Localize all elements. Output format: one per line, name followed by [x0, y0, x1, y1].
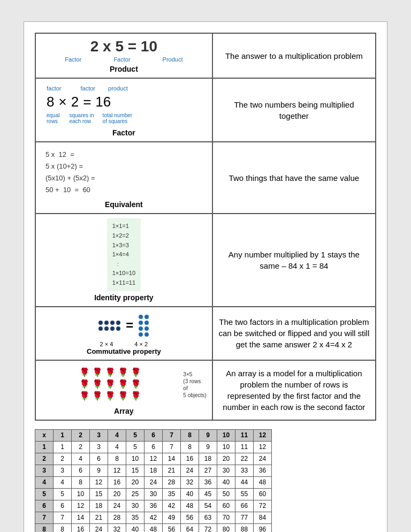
mult-cell: 36 [144, 500, 163, 512]
mult-cell: 44 [235, 476, 254, 488]
mult-cell: 55 [235, 488, 254, 500]
rose-icon: 🌹 [79, 391, 90, 401]
mult-cell: 42 [163, 500, 181, 512]
mult-table-col-5: 5 [126, 429, 144, 441]
factor-definition: The two numbers being multiplied togethe… [234, 100, 354, 120]
mult-table-col-1: 1 [54, 429, 72, 441]
mult-cell: 30 [144, 488, 163, 500]
mult-cell: 21 [163, 465, 181, 476]
mult-cell: 2 [72, 441, 90, 453]
array-diagram: 🌹 🌹 🌹 🌹 🌹 🌹 🌹 🌹 🌹 [41, 365, 207, 405]
rose-icon: 🌹 [118, 367, 128, 377]
mult-cell: 40 [126, 523, 144, 532]
mult-cell: 18 [90, 500, 108, 512]
dots-left [98, 321, 120, 331]
equals-sign: = [83, 94, 91, 110]
mult-cell: 8 [72, 476, 90, 488]
equiv-line-4: 50 + 10 = 60 [45, 184, 202, 196]
mult-cell: 66 [235, 500, 254, 512]
mult-cell: 5 [54, 488, 72, 500]
equivalent-left-cell: 5 x 12 = 5 x (10+2) = (5x10) + (5x2) = 5… [35, 142, 212, 214]
mult-table-row: 2 24681012141618202224 [35, 453, 272, 465]
mult-table-col-11: 11 [235, 429, 254, 441]
mult-table-row: 7 71421283542495663707784 [35, 512, 272, 523]
mult-table-row: 8 81624324048566472808896 [35, 523, 272, 532]
mult-table-col-7: 7 [163, 429, 181, 441]
mult-cell: 14 [72, 512, 90, 523]
rose-icon: 🌹 [92, 391, 103, 401]
mult-cell: 12 [72, 500, 90, 512]
mult-cell: 45 [199, 488, 217, 500]
dot [110, 326, 115, 331]
mult-row-header-6: 6 [35, 500, 54, 512]
mult-cell: 1 [54, 441, 72, 453]
mult-cell: 20 [108, 488, 126, 500]
mult-cell: 24 [108, 500, 126, 512]
array-left-cell: 🌹 🌹 🌹 🌹 🌹 🌹 🌹 🌹 🌹 [35, 360, 212, 420]
mult-cell: 27 [199, 465, 217, 476]
rose-icon: 🌹 [105, 367, 116, 377]
mult-cell: 64 [181, 523, 199, 532]
identity-diagram: 1×1=1 1×2=2 1×3=3 1×4=4 : 1×10=10 1×11=1… [41, 218, 207, 293]
mult-cell: 24 [144, 476, 163, 488]
mult-cell: 50 [217, 488, 235, 500]
mult-cell: 6 [54, 500, 72, 512]
times-sign: × [58, 94, 66, 110]
mult-cell: 63 [199, 512, 217, 523]
rose-icon: 🌹 [118, 379, 128, 389]
dot [104, 321, 109, 325]
rose-icon: 🌹 [105, 379, 116, 389]
equal-rows-label: equalrows [47, 112, 59, 124]
commutative-definition: The two factors in a multiplication prob… [218, 317, 369, 349]
page: 2 x 5 = 10 Factor Factor Product Product… [24, 21, 387, 532]
factor-label-1: Factor [65, 56, 81, 63]
mult-cell: 35 [126, 512, 144, 523]
dot [144, 332, 149, 337]
dot [139, 315, 143, 319]
mult-cell: 12 [108, 465, 126, 476]
vocab-table: 2 x 5 = 10 Factor Factor Product Product… [35, 33, 376, 421]
mult-cell: 88 [235, 523, 254, 532]
mult-row-header-3: 3 [35, 465, 54, 476]
dots-2x4-group [98, 321, 120, 331]
mult-cell: 12 [90, 476, 108, 488]
mult-cell: 70 [217, 512, 235, 523]
table-row: 1×1=1 1×2=2 1×3=3 1×4=4 : 1×10=10 1×11=1… [35, 214, 376, 306]
mult-cell: 3 [54, 465, 72, 476]
dot [144, 326, 149, 331]
mult-cell: 20 [217, 453, 235, 465]
mult-row-header-4: 4 [35, 476, 54, 488]
mult-cell: 8 [108, 453, 126, 465]
rose-icon: 🌹 [118, 391, 128, 401]
equivalent-right-cell: Two things that have the same value [212, 142, 376, 214]
identity-definition: Any number multiplied by 1 stays the sam… [229, 250, 360, 270]
mult-cell: 80 [217, 523, 235, 532]
mult-cell: 16 [72, 523, 90, 532]
product-right-cell: The answer to a multiplication problem [212, 33, 376, 78]
mult-table-x-header: x [35, 429, 54, 441]
array-definition: An array is a model for a multiplication… [223, 369, 365, 412]
rose-icon: 🌹 [92, 367, 103, 377]
dot [144, 315, 149, 319]
mult-cell: 9 [90, 465, 108, 476]
rose-icon: 🌹 [79, 367, 90, 377]
factor-right-cell: The two numbers being multiplied togethe… [212, 78, 376, 142]
dots-4x2-group [139, 315, 149, 337]
mult-cell: 36 [254, 465, 272, 476]
equivalent-term-label: Equivalent [41, 200, 207, 209]
rose-icon: 🌹 [131, 379, 141, 389]
mult-cell: 8 [181, 441, 199, 453]
mult-cell: 4 [72, 453, 90, 465]
mult-cell: 15 [126, 465, 144, 476]
factor-num1: 8 [47, 94, 54, 110]
mult-table-row: 1 123456789101112 [35, 441, 272, 453]
factor-col1-label: factor [47, 85, 62, 92]
mult-cell: 40 [181, 488, 199, 500]
mult-row-header-5: 5 [35, 488, 54, 500]
mult-cell: 30 [217, 465, 235, 476]
dot [98, 326, 103, 331]
mult-cell: 14 [163, 453, 181, 465]
dots-right [139, 315, 149, 337]
multiplication-table: x 1 2 3 4 5 6 7 8 9 10 11 12 1 123456789… [35, 429, 272, 532]
array-term-label: Array [41, 407, 207, 415]
